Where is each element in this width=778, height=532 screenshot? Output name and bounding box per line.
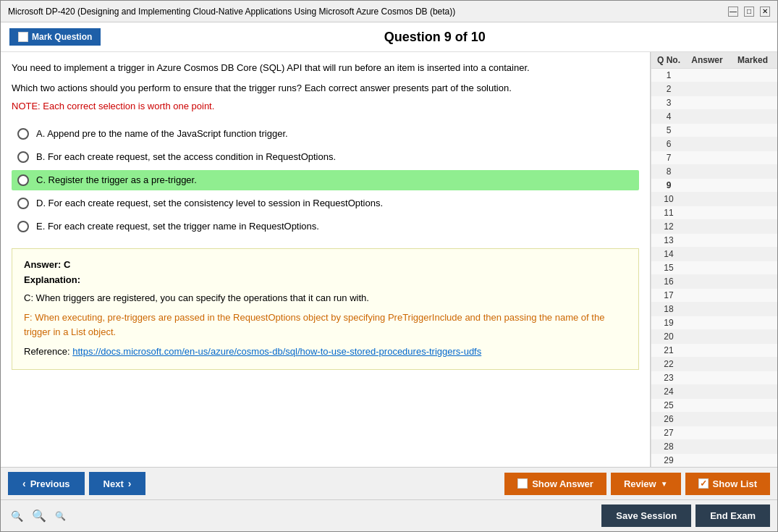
option-e[interactable]: E. For each create request, set the trig…	[12, 216, 639, 237]
title-bar: Microsoft DP-420 (Designing and Implemen…	[1, 1, 777, 22]
sidebar-row-answer	[683, 276, 731, 287]
main-content: You need to implement a trigger in Azure…	[1, 52, 777, 467]
previous-label: Previous	[30, 478, 70, 489]
question-note: NOTE: Each correct selection is worth on…	[12, 99, 639, 114]
zoom-in-button[interactable]: 🔍	[52, 510, 69, 523]
sidebar-row-answer	[683, 373, 731, 383]
answer-para-2: F: When executing, pre-triggers are pass…	[24, 311, 627, 339]
sidebar-row[interactable]: 9	[651, 179, 777, 193]
sidebar-row[interactable]: 28	[651, 440, 777, 454]
sidebar-row[interactable]: 2	[651, 83, 777, 96]
sidebar-row-marked	[731, 235, 774, 245]
sidebar-header: Q No. Answer Marked	[651, 52, 777, 69]
sidebar-rows: 1 2 3 4 5 6 7 8	[651, 69, 777, 467]
sidebar-row-num: 6	[654, 139, 683, 149]
option-b[interactable]: B. For each create request, set the acce…	[12, 147, 639, 167]
sidebar-row-answer	[683, 345, 731, 355]
sidebar-row[interactable]: 7	[651, 151, 777, 165]
zoom-reset-button[interactable]: 🔍	[29, 507, 49, 524]
sidebar-row-num: 11	[654, 208, 683, 218]
sidebar-row[interactable]: 24	[651, 385, 777, 399]
option-c[interactable]: C. Register the trigger as a pre-trigger…	[12, 170, 639, 190]
sidebar-row-num: 23	[654, 373, 683, 383]
sidebar-row[interactable]: 15	[651, 261, 777, 275]
option-a-radio	[17, 128, 29, 140]
end-exam-button[interactable]: End Exam	[695, 504, 770, 527]
sidebar-row[interactable]: 4	[651, 110, 777, 124]
sidebar-row-marked	[731, 98, 774, 108]
sidebar-row-marked	[731, 442, 774, 452]
options-list: A. Append pre to the name of the JavaScr…	[12, 124, 639, 237]
sidebar-row-answer	[683, 235, 731, 245]
sidebar-row-num: 21	[654, 345, 683, 355]
left-chevron-icon: ‹	[22, 478, 26, 489]
option-d[interactable]: D. For each create request, set the cons…	[12, 193, 639, 214]
sidebar-row[interactable]: 10	[651, 193, 777, 206]
save-session-button[interactable]: Save Session	[601, 504, 691, 527]
sidebar-row[interactable]: 17	[651, 289, 777, 303]
previous-button[interactable]: ‹ Previous	[8, 472, 85, 495]
sidebar-row-marked	[731, 111, 774, 122]
sidebar-row[interactable]: 6	[651, 138, 777, 151]
sidebar-row[interactable]: 14	[651, 248, 777, 261]
sidebar-row[interactable]: 22	[651, 358, 777, 371]
sidebar-row-num: 8	[654, 166, 683, 177]
sidebar-row-num: 18	[654, 304, 683, 314]
sidebar-row-marked	[731, 304, 774, 314]
sidebar-row[interactable]: 25	[651, 399, 777, 413]
sidebar-row[interactable]: 13	[651, 234, 777, 248]
option-b-radio	[17, 151, 29, 163]
sidebar-row-num: 27	[654, 428, 683, 438]
next-button[interactable]: Next ›	[89, 472, 146, 495]
sidebar-row-answer	[683, 304, 731, 314]
sidebar-row[interactable]: 16	[651, 275, 777, 289]
sidebar-row-answer	[683, 332, 731, 342]
sidebar-row[interactable]: 5	[651, 124, 777, 138]
next-label: Next	[103, 478, 124, 489]
answer-para-1: C: When triggers are registered, you can…	[24, 291, 627, 305]
sidebar-row[interactable]: 19	[651, 316, 777, 330]
sidebar-row-answer	[683, 70, 731, 80]
sidebar-row[interactable]: 11	[651, 206, 777, 220]
sidebar-row-num: 9	[654, 180, 683, 190]
sidebar-row-num: 26	[654, 414, 683, 424]
minimize-button[interactable]: —	[728, 7, 738, 17]
right-chevron-icon: ›	[128, 478, 132, 489]
option-d-radio	[17, 198, 29, 209]
option-a[interactable]: A. Append pre to the name of the JavaScr…	[12, 124, 639, 144]
restore-button[interactable]: □	[744, 7, 754, 17]
answer-ref-link[interactable]: https://docs.microsoft.com/en-us/azure/c…	[72, 346, 481, 357]
answer-box: Answer: C Explanation: C: When triggers …	[12, 248, 639, 370]
review-button[interactable]: Review ▼	[611, 473, 681, 495]
sidebar-row[interactable]: 29	[651, 454, 777, 467]
sidebar-row-marked	[731, 153, 774, 163]
sidebar-row-answer	[683, 442, 731, 452]
sidebar-row-num: 5	[654, 125, 683, 135]
show-answer-button[interactable]: Show Answer	[504, 473, 606, 495]
sidebar-row[interactable]: 27	[651, 426, 777, 440]
mark-checkbox-icon	[18, 32, 28, 42]
sidebar-row[interactable]: 21	[651, 344, 777, 358]
sidebar-row[interactable]: 23	[651, 371, 777, 385]
sidebar-row[interactable]: 3	[651, 96, 777, 110]
sidebar-row[interactable]: 1	[651, 69, 777, 83]
mark-question-button[interactable]: Mark Question	[9, 28, 101, 46]
close-button[interactable]: ✕	[760, 7, 770, 17]
sidebar-row[interactable]: 12	[651, 220, 777, 234]
sidebar-row-num: 15	[654, 263, 683, 273]
sidebar-row-answer	[683, 208, 731, 218]
sidebar-row[interactable]: 20	[651, 330, 777, 344]
review-dropdown-icon: ▼	[661, 480, 668, 488]
zoom-out-button[interactable]: 🔍	[8, 509, 26, 523]
sidebar-row-answer	[683, 111, 731, 122]
toolbar: Mark Question Question 9 of 10	[1, 22, 777, 52]
sidebar-row[interactable]: 8	[651, 165, 777, 179]
sidebar-row-marked	[731, 263, 774, 273]
sidebar-row[interactable]: 18	[651, 303, 777, 316]
save-session-label: Save Session	[616, 510, 677, 521]
show-list-button[interactable]: ✓ Show List	[685, 473, 770, 495]
sidebar-row-answer	[683, 139, 731, 149]
sidebar-row[interactable]: 26	[651, 413, 777, 426]
sidebar-row-answer	[683, 359, 731, 369]
window-title: Microsoft DP-420 (Designing and Implemen…	[8, 7, 455, 17]
